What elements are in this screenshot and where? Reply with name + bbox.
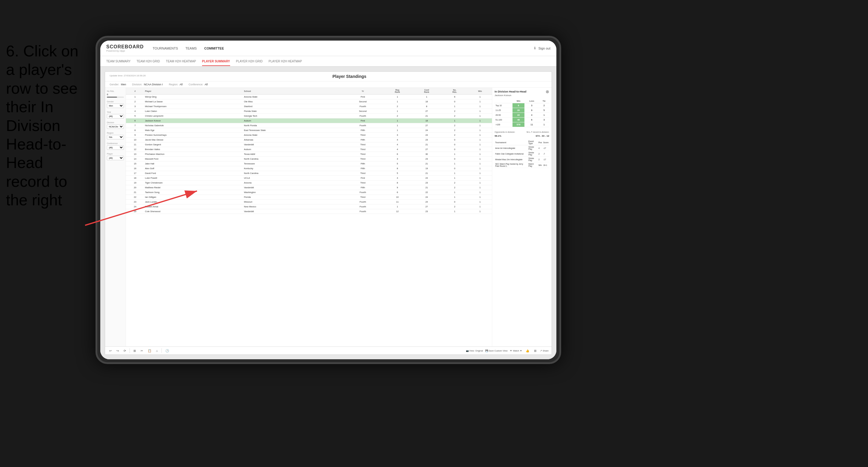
cell-reg-rank: 12 <box>383 209 412 214</box>
h2h-title: In Division Head-to-Head <box>495 90 527 93</box>
table-row[interactable]: 1 Wenyi Ding Arizona State First 1 1 6 1 <box>126 95 492 99</box>
table-row[interactable]: 7 Nicholas Gabrelcik North Florida Fourt… <box>126 123 492 128</box>
subnav-player-summary[interactable]: PLAYER SUMMARY <box>202 57 230 66</box>
filter-region: Region: All <box>169 83 183 86</box>
table-row[interactable]: 11 Gordon Sargent Vanderbilt Third 4 21 … <box>126 142 492 147</box>
view-original-btn[interactable]: 📷 View: Original <box>466 349 483 352</box>
cell-conf-rank: 24 <box>412 199 441 205</box>
table-row[interactable]: 14 Maxwell Ford North Carolina Third 3 2… <box>126 157 492 161</box>
subnav-player-h2h-heatmap[interactable]: PLAYER H2H HEATMAP <box>269 57 302 66</box>
subnav-player-h2h-grid[interactable]: PLAYER H2H GRID <box>236 57 263 66</box>
h2h-row: 26-50 22 4 1 <box>495 113 549 118</box>
h2h-row: 51-100 46 6 3 <box>495 118 549 122</box>
grid-button[interactable]: ⊞ <box>132 348 137 353</box>
division-select[interactable]: NCAA Division I <box>107 124 124 129</box>
cell-player: Nicholas Gabrelcik <box>144 123 243 128</box>
cell-player: Wenyi Ding <box>144 95 243 99</box>
sign-out-link[interactable]: Sign out <box>538 45 550 52</box>
filter-gender: Gender: Men <box>110 83 126 86</box>
filter-conference: Conference: All <box>189 83 208 86</box>
redo-button[interactable]: ↪ <box>115 348 120 353</box>
tourn-name: Amer Ari Intercollegiate <box>495 145 528 151</box>
filter-division-value: NCAA Division I <box>144 83 163 86</box>
conference-select[interactable]: (All) <box>107 145 124 150</box>
rounds-slider-fill <box>107 97 117 98</box>
watch-button[interactable]: 👁 Watch ▼ <box>510 349 522 352</box>
region-select[interactable]: N/a <box>107 135 124 139</box>
table-row[interactable]: 21 Taehoon Song Washington Fourth 6 22 1… <box>126 190 492 195</box>
copy-button[interactable]: 📋 <box>147 348 153 353</box>
table-row[interactable]: 22 Ian Gilligan Florida Third 10 24 1 1 <box>126 195 492 199</box>
undo-button[interactable]: ↩ <box>108 348 113 353</box>
subnav-team-h2h-heatmap[interactable]: TEAM H2H HEATMAP <box>166 57 196 66</box>
table-row[interactable]: 6 Jackson Koivun Auburn First 1 18 1 1 <box>126 119 492 123</box>
cell-yr: Fourth <box>343 209 383 214</box>
filter-section-year: Year (All) <box>107 111 124 119</box>
rounds-slider[interactable] <box>107 97 124 98</box>
gender-select[interactable]: Men <box>107 103 124 108</box>
cell-school: Missouri <box>243 199 343 205</box>
cell-win: 1 <box>468 181 492 185</box>
cell-conf-rank: 27 <box>412 205 441 209</box>
table-row[interactable]: 10 Jacob Mac Diesse Arkansas Fifth 4 23 … <box>126 137 492 142</box>
player-select[interactable]: (All) <box>107 156 124 160</box>
share-button[interactable]: ↗ Share <box>540 349 549 352</box>
nav-tournaments[interactable]: TOURNAMENTS <box>153 45 178 52</box>
table-row[interactable]: 18 Luke Powell UCLA First 4 24 1 1 <box>126 176 492 181</box>
table-row[interactable]: 20 Matthew Riedel Vanderbilt Fifth 9 21 … <box>126 185 492 190</box>
table-row[interactable]: 5 Christo Lamprecht Georgia Tech Fourth … <box>126 114 492 119</box>
table-row[interactable]: 16 Alex Goff Kentucky Fifth 8 19 0 1 <box>126 166 492 171</box>
subnav-team-h2h-grid[interactable]: TEAM H2H GRID <box>137 57 160 66</box>
nav-committee[interactable]: COMMITTEE <box>204 45 224 52</box>
cell-no-rds: 0 <box>441 99 468 104</box>
tourn-score: -17 <box>542 157 549 162</box>
table-row[interactable]: 13 Phichaksn Maichon Texas A&M Third 6 3… <box>126 152 492 157</box>
subnav-team-summary[interactable]: TEAM SUMMARY <box>106 57 131 66</box>
cell-conf-rank: 1 <box>412 95 441 99</box>
cell-school: Stanford <box>243 104 343 109</box>
table-row[interactable]: 12 Brendan Valles Auburn Third 4 27 0 1 <box>126 147 492 152</box>
cell-win: 1 <box>468 104 492 109</box>
cell-player: Bastien Amat <box>144 205 243 209</box>
cell-player: Jack Lundin <box>144 199 243 205</box>
cell-yr: Fifth <box>343 161 383 166</box>
table-row[interactable]: 24 Bastien Amat New Mexico Fourth 1 27 2… <box>126 205 492 209</box>
refresh-button[interactable]: ⟳ <box>122 348 127 353</box>
panel-title: Player Standings <box>152 74 547 79</box>
cell-school: Tennessee <box>243 161 343 166</box>
col-num: # <box>126 88 144 95</box>
cell-yr: Third <box>343 181 383 185</box>
cell-yr: Fourth <box>343 114 383 119</box>
conference-label: Conference <box>107 142 124 145</box>
save-custom-view-btn[interactable]: 💾 Save Custom View <box>485 349 507 352</box>
cell-player: Maxwell Ford <box>144 157 243 161</box>
cell-school: Vanderbilt <box>243 209 343 214</box>
cell-no-rds: 6 <box>441 95 468 99</box>
filter-region-label: Region: <box>169 83 178 86</box>
h2h-close-button[interactable]: ⊗ <box>546 89 549 94</box>
home-button[interactable]: ⌂ <box>155 348 159 353</box>
table-row[interactable]: 9 Preston Summerhays Arizona State Third… <box>126 133 492 137</box>
table-row[interactable]: 8 Mats Ege East Tennessee State Fifth 1 … <box>126 128 492 133</box>
table-row[interactable]: 23 Jack Lundin Missouri Fourth 11 24 0 1 <box>126 199 492 205</box>
table-row[interactable]: 3 Michael Thorbjornsen Stanford Fourth 2… <box>126 104 492 109</box>
cut-button[interactable]: ✂ <box>140 348 144 353</box>
cell-win: 1 <box>468 190 492 195</box>
table-row[interactable]: 19 Tiger Christensen Arizona Third 8 23 … <box>126 181 492 185</box>
thumbs-up-button[interactable]: 👍 <box>524 348 530 353</box>
clock-button[interactable]: 🕐 <box>164 348 170 353</box>
table-row[interactable]: 4 Luke Claton Florida State Second 1 27 … <box>126 109 492 114</box>
grid2-button[interactable]: ⊞ <box>533 348 537 353</box>
filter-conference-value: All <box>205 83 208 86</box>
cell-reg-rank: 4 <box>383 142 412 147</box>
cell-player: Alex Goff <box>144 166 243 171</box>
table-row[interactable]: 25 Cole Sherwood Vanderbilt Fourth 12 23… <box>126 209 492 214</box>
nav-teams[interactable]: TEAMS <box>185 45 197 52</box>
table-row[interactable]: 2 Michael La Sasse Ole Miss Second 1 18 … <box>126 99 492 104</box>
table-row[interactable]: 17 David Ford North Carolina Third 5 21 … <box>126 171 492 176</box>
year-select[interactable]: (All) <box>107 114 124 119</box>
table-row[interactable]: 15 Jake Hall Tennessee Fifth 5 21 1 1 <box>126 161 492 166</box>
cell-player: Michael La Sasse <box>144 99 243 104</box>
cell-reg-rank: 1 <box>383 205 412 209</box>
cell-no-rds: 0 <box>441 147 468 152</box>
